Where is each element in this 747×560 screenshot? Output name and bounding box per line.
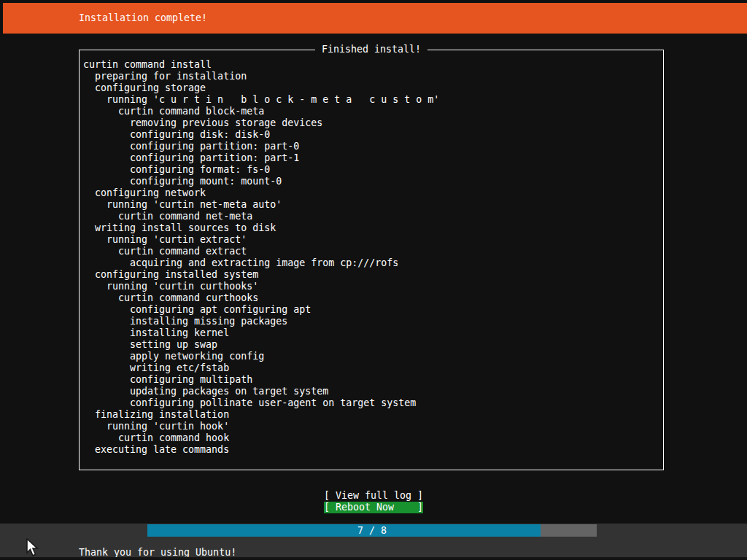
log-line: configuring pollinate user-agent on targ… [83,397,662,409]
log-line: setting up swap [83,339,662,351]
log-line: running 'curtin net-meta auto' [83,199,662,211]
log-line: configuring storage [83,82,662,94]
progress-label: 7 / 8 [147,524,597,537]
log-line: configuring format: fs-0 [83,164,662,176]
log-line: configuring disk: disk-0 [83,129,662,141]
log-line: curtin command hook [83,432,662,444]
log-line: running 'curtin hook' [83,421,662,432]
log-line: curtin command extract [83,246,662,257]
log-line: apply networking config [83,351,662,362]
log-line: configuring network [83,187,662,199]
progress-bar: 7 / 8 [147,524,597,537]
log-line: executing late commands [83,444,662,456]
log-line: running 'curtin curthooks' [83,281,662,292]
log-line: curtin command curthooks [83,292,662,304]
log-box-title: Finished install! [315,44,427,55]
footer-message: Thank you for using Ubuntu! [79,547,236,559]
footer-bar: 7 / 8 Thank you for using Ubuntu! [0,524,747,559]
log-line: removing previous storage devices [83,117,662,129]
reboot-now-button[interactable]: [ Reboot Now ] [324,502,423,513]
install-log: curtin command install preparing for ins… [83,59,662,456]
log-line: configuring partition: part-1 [83,152,662,164]
log-line: finalizing installation [83,409,662,421]
log-line: running 'c u r t i n b l o c k - m e t a… [83,94,662,106]
view-full-log-button[interactable]: [ View full log ] [324,490,423,502]
log-line: writing etc/fstab [83,362,662,374]
log-line: configuring mount: mount-0 [83,176,662,187]
log-line: curtin command block-meta [83,106,662,117]
log-line: preparing for installation [83,71,662,82]
log-line: curtin command install [83,59,662,71]
header-bar: Installation complete! [3,3,747,34]
log-line: installing missing packages [83,316,662,327]
action-buttons: [ View full log ] [ Reboot Now ] [0,490,747,513]
log-line: curtin command net-meta [83,211,662,222]
log-line: installing kernel [83,327,662,339]
log-line: configuring apt configuring apt [83,304,662,316]
log-line: configuring installed system [83,269,662,281]
log-line: updating packages on target system [83,386,662,397]
log-line: configuring partition: part-0 [83,141,662,152]
installer-screen: Installation complete! Finished install!… [0,0,747,560]
header-title: Installation complete! [3,12,207,24]
log-line: configuring multipath [83,374,662,386]
mouse-cursor [26,538,40,558]
install-log-box: Finished install! curtin command install… [79,50,664,470]
log-line: running 'curtin extract' [83,234,662,246]
log-line: writing install sources to disk [83,222,662,234]
log-line: acquiring and extracting image from cp:/… [83,257,662,269]
